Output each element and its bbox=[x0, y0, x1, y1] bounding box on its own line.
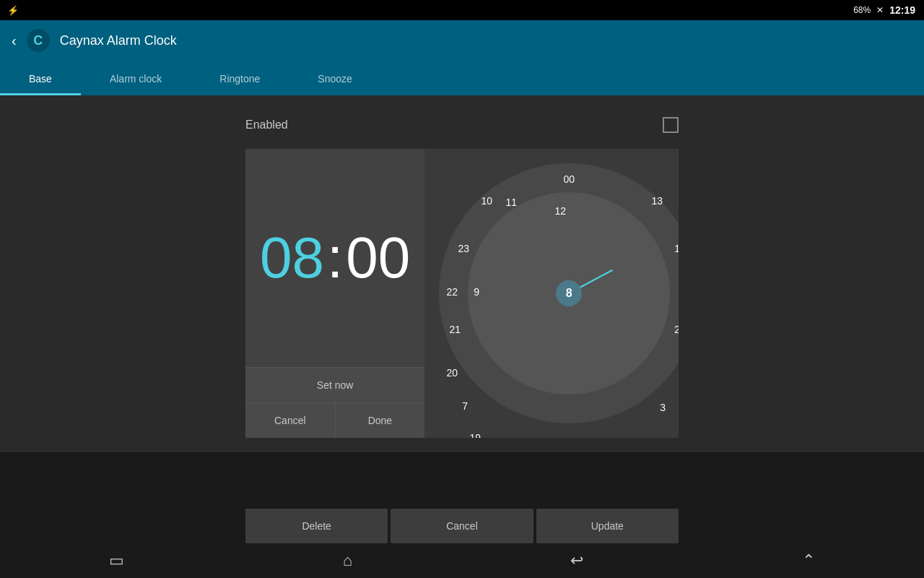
back-button[interactable]: ‹ bbox=[12, 33, 17, 49]
main-content: Enabled 08 : 00 Set now Cancel Done bbox=[0, 95, 924, 452]
clock-num-19[interactable]: 19 bbox=[466, 429, 484, 438]
time-colon: : bbox=[327, 229, 343, 287]
clock-num-16[interactable]: 16 bbox=[648, 435, 666, 438]
network-icon: ✕ bbox=[876, 5, 884, 15]
bottom-buttons: Cancel Done bbox=[245, 402, 424, 438]
status-time: 12:19 bbox=[889, 4, 915, 16]
tab-bar: Base Alarm clock Ringtone Snooze bbox=[0, 61, 924, 95]
set-now-button[interactable]: Set now bbox=[245, 367, 424, 402]
main-cancel-button[interactable]: Cancel bbox=[391, 509, 533, 543]
tab-snooze[interactable]: Snooze bbox=[289, 64, 380, 95]
usb-icon: ⚡ bbox=[7, 5, 19, 16]
app-bar: ‹ C Caynax Alarm Clock bbox=[0, 20, 924, 61]
expand-icon[interactable]: ⌃ bbox=[802, 551, 815, 570]
time-picker-container: 08 : 00 Set now Cancel Done 00 13 1 14 2 bbox=[245, 149, 679, 438]
battery-percentage: 68% bbox=[853, 5, 871, 15]
back-nav-icon[interactable]: ↩ bbox=[570, 551, 583, 570]
status-bar: ⚡ 68% ✕ 12:19 bbox=[0, 0, 924, 20]
cancel-button[interactable]: Cancel bbox=[245, 403, 336, 438]
app-title: Caynax Alarm Clock bbox=[60, 33, 177, 48]
recent-apps-icon[interactable]: ▭ bbox=[109, 551, 124, 570]
clock-panel: 00 13 1 14 2 15 3 16 4 17 5 18 6 19 7 20… bbox=[424, 149, 679, 438]
tab-ringtone[interactable]: Ringtone bbox=[191, 64, 289, 95]
update-button[interactable]: Update bbox=[536, 509, 679, 543]
time-hours[interactable]: 08 bbox=[260, 229, 324, 287]
clock-center-value: 8 bbox=[556, 280, 582, 306]
nav-bar: ▭ ⌂ ↩ ⌃ bbox=[0, 543, 924, 578]
time-display-area: 08 : 00 bbox=[245, 149, 424, 367]
home-icon[interactable]: ⌂ bbox=[343, 551, 352, 570]
tab-alarm-clock[interactable]: Alarm clock bbox=[81, 64, 191, 95]
app-logo: C bbox=[27, 29, 50, 52]
clock-face[interactable]: 00 13 1 14 2 15 3 16 4 17 5 18 6 19 7 20… bbox=[439, 163, 679, 423]
enabled-label: Enabled bbox=[245, 118, 288, 131]
time-minutes[interactable]: 00 bbox=[346, 229, 410, 287]
enabled-row: Enabled bbox=[245, 110, 679, 140]
done-button[interactable]: Done bbox=[336, 403, 425, 438]
tab-base[interactable]: Base bbox=[0, 64, 81, 95]
action-bar: Delete Cancel Update bbox=[245, 509, 679, 543]
enabled-checkbox[interactable] bbox=[663, 117, 679, 133]
time-display-panel: 08 : 00 Set now Cancel Done bbox=[245, 149, 424, 438]
delete-button[interactable]: Delete bbox=[245, 509, 388, 543]
